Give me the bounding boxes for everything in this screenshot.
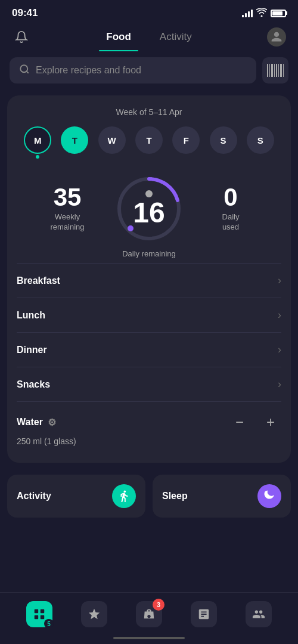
- stats-row: 35 Weeklyremaining 16 0 Dailyused: [17, 168, 281, 254]
- bell-button[interactable]: [10, 25, 33, 49]
- weekly-remaining-label: Weeklyremaining: [50, 212, 84, 233]
- status-bar: 09:41: [0, 0, 298, 24]
- days-row: M T W T F S S: [17, 126, 281, 154]
- day-tuesday[interactable]: T: [61, 126, 88, 154]
- daily-used-label: Dailyused: [222, 212, 240, 233]
- svg-rect-2: [269, 64, 270, 77]
- nav-food[interactable]: 5: [19, 599, 60, 630]
- nav-social-icon: [246, 601, 272, 627]
- snacks-label: Snacks: [17, 379, 50, 390]
- day-sunday[interactable]: S: [247, 126, 274, 154]
- svg-point-0: [20, 65, 27, 72]
- lunch-chevron: ›: [278, 309, 281, 321]
- main-card: Week of 5–11 Apr M T W T F S S 35 Weekly…: [7, 95, 291, 463]
- nav-food-icon: 5: [26, 601, 52, 627]
- bottom-widgets: Activity Sleep: [0, 467, 298, 518]
- search-container[interactable]: Explore recipes and food: [10, 57, 256, 83]
- water-plus-button[interactable]: +: [260, 411, 281, 433]
- battery-icon: [271, 10, 286, 17]
- svg-rect-13: [35, 615, 38, 619]
- day-thursday[interactable]: T: [135, 126, 163, 154]
- nav-social[interactable]: [238, 599, 279, 630]
- circle-inner: 16: [133, 190, 164, 227]
- signal-icon: [242, 9, 253, 17]
- search-placeholder: Explore recipes and food: [36, 65, 141, 76]
- water-header: Water ⚙ − +: [17, 411, 281, 433]
- home-indicator: [113, 634, 185, 639]
- sleep-widget[interactable]: Sleep: [153, 475, 291, 518]
- breakfast-label: Breakfast: [17, 275, 60, 286]
- water-label: Water: [17, 417, 43, 428]
- activity-widget[interactable]: Activity: [7, 475, 145, 518]
- daily-remaining-value: 16: [133, 199, 164, 227]
- day-saturday[interactable]: S: [210, 126, 237, 154]
- meal-list: Breakfast › Lunch › Dinner › Snacks ›: [17, 263, 281, 402]
- water-minus-button[interactable]: −: [229, 411, 250, 433]
- dinner-label: Dinner: [17, 345, 47, 355]
- nav-favorites[interactable]: [74, 599, 114, 630]
- water-section: Water ⚙ − + 250 ml (1 glass): [17, 402, 281, 451]
- day-friday[interactable]: F: [172, 126, 200, 154]
- water-amount-label: 250 ml (1 glass): [17, 436, 281, 446]
- activity-widget-icon: [112, 484, 136, 508]
- svg-rect-7: [280, 64, 282, 77]
- daily-used-stat: 0 Dailyused: [185, 185, 277, 233]
- daily-circle: 16: [113, 173, 185, 244]
- svg-rect-1: [267, 64, 268, 77]
- day-wednesday[interactable]: W: [98, 126, 126, 154]
- sleep-widget-label: Sleep: [162, 491, 188, 501]
- svg-rect-5: [276, 64, 277, 77]
- svg-rect-8: [283, 64, 284, 77]
- water-controls: − +: [229, 411, 281, 433]
- tab-navigation: Food Activity: [0, 24, 298, 50]
- svg-rect-11: [35, 609, 38, 613]
- activity-widget-label: Activity: [17, 491, 51, 501]
- wifi-icon: [256, 8, 267, 18]
- lunch-row[interactable]: Lunch ›: [17, 298, 281, 333]
- lunch-label: Lunch: [17, 310, 45, 321]
- day-monday[interactable]: M: [24, 126, 51, 154]
- nav-log[interactable]: [184, 599, 224, 630]
- nav-rewards-icon: 3: [136, 601, 162, 627]
- nav-rewards[interactable]: 3: [129, 599, 169, 630]
- barcode-button[interactable]: [262, 57, 288, 83]
- weekly-remaining-value: 35: [54, 185, 82, 210]
- dinner-chevron: ›: [278, 343, 281, 356]
- sleep-widget-icon: [257, 484, 281, 508]
- search-section: Explore recipes and food: [0, 50, 298, 91]
- tab-activity[interactable]: Activity: [145, 24, 206, 50]
- breakfast-row[interactable]: Breakfast ›: [17, 264, 281, 298]
- svg-rect-12: [41, 609, 44, 613]
- tabs: Food Activity: [33, 24, 265, 50]
- search-icon: [19, 64, 30, 77]
- breakfast-chevron: ›: [278, 274, 281, 287]
- snacks-chevron: ›: [278, 378, 281, 391]
- dinner-row[interactable]: Dinner ›: [17, 333, 281, 367]
- daily-used-value: 0: [224, 185, 237, 210]
- weekly-remaining-stat: 35 Weeklyremaining: [21, 185, 113, 233]
- water-title: Water ⚙: [17, 417, 56, 428]
- nav-log-icon: [191, 601, 217, 627]
- rewards-badge: 3: [153, 599, 164, 611]
- svg-rect-14: [41, 615, 44, 619]
- status-time: 09:41: [12, 7, 38, 19]
- water-settings-icon[interactable]: ⚙: [48, 417, 56, 428]
- tab-food[interactable]: Food: [92, 24, 145, 50]
- nav-favorites-icon: [81, 601, 107, 627]
- avatar: [267, 27, 286, 47]
- svg-rect-3: [271, 64, 273, 77]
- week-label: Week of 5–11 Apr: [17, 107, 281, 117]
- svg-rect-4: [274, 64, 275, 77]
- user-avatar-button[interactable]: [265, 25, 288, 49]
- snacks-row[interactable]: Snacks ›: [17, 367, 281, 402]
- status-icons: [242, 8, 286, 18]
- svg-rect-6: [278, 64, 279, 77]
